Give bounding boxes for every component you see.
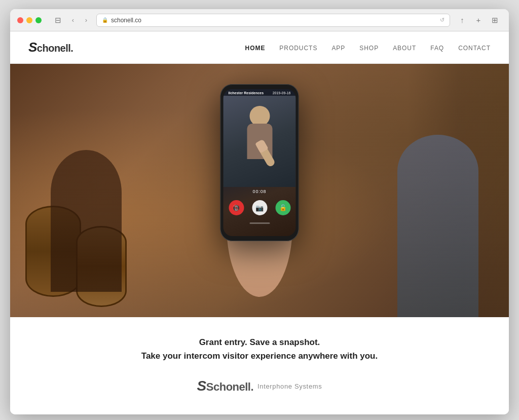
person-silhouette-left: [51, 150, 122, 292]
share-button[interactable]: ↑: [455, 13, 469, 27]
nav-links: HOME PRODUCTS APP SHOP ABOUT FAQ CONTACT: [245, 43, 491, 52]
phone-container: Ilchester Residences 2019-09-16: [209, 84, 310, 297]
nav-link-faq[interactable]: FAQ: [430, 45, 444, 52]
phone-status-bar: Ilchester Residences 2019-09-16: [224, 89, 296, 96]
minimize-button[interactable]: [26, 17, 32, 23]
phone-timer-text: 00:08: [252, 189, 266, 194]
wave-figure: [239, 106, 280, 177]
url-text: schonell.co: [111, 17, 141, 24]
hero-bottom-section: Grant entry. Save a snapshot. Take your …: [10, 317, 509, 414]
phone-controls: 📵 📷 🔓: [224, 196, 296, 219]
grid-view-button[interactable]: ⊞: [488, 13, 502, 27]
address-bar-wrap: 🔒 schonell.co ↺: [96, 14, 450, 27]
wave-hand: [255, 139, 269, 153]
hero-section: Ilchester Residences 2019-09-16: [10, 64, 509, 317]
nav-link-app[interactable]: APP: [331, 45, 345, 52]
camera-icon: 📷: [255, 204, 264, 212]
lock-icon: 🔒: [102, 17, 108, 23]
wave-head: [249, 106, 270, 126]
nav-link-products[interactable]: PRODUCTS: [279, 45, 317, 52]
person-silhouette-right: [397, 135, 478, 317]
camera-button[interactable]: 📷: [252, 200, 267, 215]
forward-button[interactable]: ›: [81, 15, 91, 25]
phone-hand: Ilchester Residences 2019-09-16: [209, 84, 310, 297]
phone-home-indicator: [249, 222, 270, 224]
footer-logo: SSchonell.: [197, 378, 253, 394]
traffic-lights: [17, 17, 42, 23]
logo-s-letter: S: [28, 40, 37, 55]
nav-item-shop[interactable]: SHOP: [359, 43, 379, 52]
phone-screen: Ilchester Residences 2019-09-16: [224, 89, 296, 236]
new-tab-button[interactable]: +: [471, 13, 486, 27]
end-call-button[interactable]: 📵: [229, 200, 244, 215]
nav-item-products[interactable]: PRODUCTS: [279, 43, 317, 52]
end-call-icon: 📵: [232, 204, 240, 212]
phone-location-text: Ilchester Residences: [229, 91, 264, 95]
phone-date-text: 2019-09-16: [273, 91, 291, 95]
lock-open-icon: 🔓: [279, 204, 287, 211]
phone-video-area: [224, 96, 296, 187]
footer-logo-area: SSchonell. Interphone Systems: [22, 378, 497, 394]
address-bar[interactable]: 🔒 schonell.co ↺: [96, 14, 450, 27]
hero-headline: Grant entry. Save a snapshot. Take your …: [22, 335, 497, 363]
window-layout-icon[interactable]: ⊟: [51, 13, 65, 27]
browser-window: ⊟ ‹ › 🔒 schonell.co ↺ ↑ + ⊞ Schonell. HO…: [10, 9, 509, 414]
nav-item-contact[interactable]: CONTACT: [458, 43, 491, 52]
nav-item-faq[interactable]: FAQ: [430, 43, 444, 52]
browser-titlebar: ⊟ ‹ › 🔒 schonell.co ↺ ↑ + ⊞: [10, 9, 509, 31]
browser-controls: ⊟ ‹ ›: [51, 13, 91, 27]
wave-arm: [255, 139, 276, 168]
wave-body: [247, 124, 272, 159]
nav-link-shop[interactable]: SHOP: [359, 45, 379, 52]
nav-link-home[interactable]: HOME: [245, 45, 266, 52]
site-navbar: Schonell. HOME PRODUCTS APP SHOP ABOUT F…: [10, 31, 509, 64]
footer-tagline: Interphone Systems: [257, 383, 322, 390]
nav-link-contact[interactable]: CONTACT: [458, 45, 491, 52]
phone-timer: 00:08: [224, 187, 296, 196]
phone-body: Ilchester Residences 2019-09-16: [220, 84, 299, 241]
nav-link-about[interactable]: ABOUT: [393, 45, 416, 52]
site-logo: Schonell.: [28, 40, 73, 55]
nav-item-about[interactable]: ABOUT: [393, 43, 416, 52]
hero-headline-line1: Grant entry. Save a snapshot.: [199, 337, 320, 347]
nav-item-home[interactable]: HOME: [245, 43, 266, 52]
back-button[interactable]: ‹: [68, 15, 78, 25]
browser-right-actions: ↑ + ⊞: [455, 13, 502, 27]
lock-button[interactable]: 🔓: [275, 200, 290, 215]
nav-item-app[interactable]: APP: [331, 43, 345, 52]
footer-logo-s: S: [197, 378, 206, 394]
maximize-button[interactable]: [35, 17, 42, 23]
hero-headline-line2: Take your intercom visitor experience an…: [141, 351, 378, 361]
logo-text: chonell.: [37, 43, 73, 54]
close-button[interactable]: [17, 17, 23, 23]
footer-logo-rest: Schonell.: [206, 380, 253, 393]
refresh-icon[interactable]: ↺: [440, 17, 444, 23]
